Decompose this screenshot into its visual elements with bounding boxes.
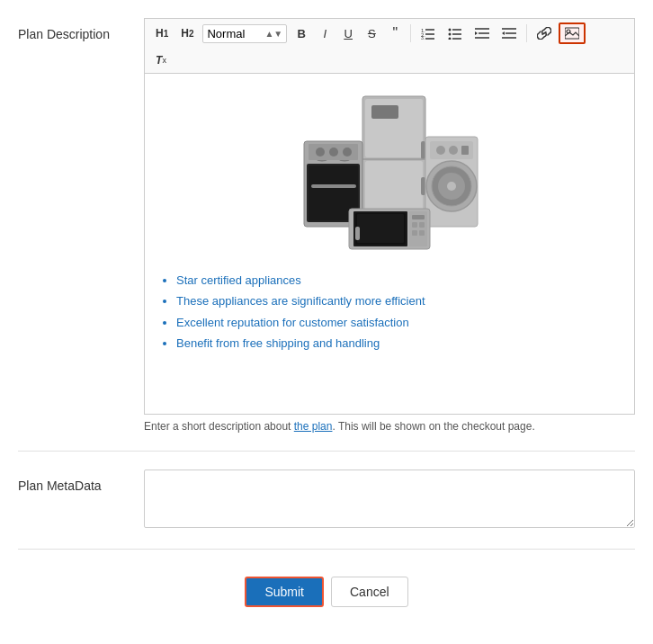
clear-format-button[interactable]: Tx	[150, 49, 172, 71]
italic-button[interactable]: I	[314, 22, 335, 44]
svg-point-37	[329, 148, 338, 157]
svg-point-46	[436, 146, 445, 155]
format-select-wrap[interactable]: Normal Heading 1 Heading 2 Heading 3 ▲▼	[202, 24, 287, 43]
blockquote-button[interactable]: "	[384, 22, 406, 44]
h1-button[interactable]: H1	[150, 22, 174, 44]
indent-increase-icon	[502, 27, 516, 40]
unordered-list-icon	[448, 27, 462, 40]
plan-description-editor: H1 H2 Normal Heading 1 Heading 2 Heading…	[144, 18, 635, 433]
editor-content-area[interactable]: Star certified appliances These applianc…	[144, 73, 635, 415]
appliances-image	[158, 87, 621, 256]
unordered-list-button[interactable]	[443, 22, 468, 44]
indent-increase-button[interactable]	[496, 22, 522, 44]
editor-hint-text: Enter a short description about the plan…	[144, 420, 635, 433]
plan-metadata-label: Plan MetaData	[18, 470, 144, 531]
svg-point-47	[449, 146, 458, 155]
list-item: Excellent reputation for customer satisf…	[176, 312, 621, 333]
toolbar-separator-2	[526, 24, 527, 42]
svg-point-6	[449, 29, 452, 31]
editor-bullet-list: Star certified appliances These applianc…	[158, 270, 621, 354]
ordered-list-icon: 1. 2. 3.	[421, 27, 435, 40]
svg-rect-57	[412, 230, 417, 236]
format-select[interactable]: Normal Heading 1 Heading 2 Heading 3	[203, 25, 264, 42]
hint-link[interactable]: the plan	[294, 420, 333, 433]
svg-rect-58	[419, 230, 425, 236]
svg-marker-15	[475, 31, 478, 35]
cancel-button[interactable]: Cancel	[331, 577, 408, 607]
image-button[interactable]	[559, 22, 586, 44]
indent-decrease-icon	[475, 27, 489, 40]
svg-rect-56	[419, 222, 425, 228]
plan-description-label: Plan Description	[18, 18, 144, 433]
ordered-list-button[interactable]: 1. 2. 3.	[416, 22, 441, 44]
svg-rect-54	[412, 215, 425, 219]
toolbar-separator-1	[410, 24, 411, 42]
svg-point-36	[316, 148, 325, 157]
strikethrough-button[interactable]: S	[361, 22, 382, 44]
list-item: Benefit from free shipping and handling	[176, 333, 621, 353]
metadata-input[interactable]	[144, 470, 635, 528]
bold-button[interactable]: B	[291, 22, 312, 44]
svg-rect-26	[421, 141, 425, 159]
svg-point-38	[343, 148, 352, 157]
list-item: Star certified appliances	[176, 270, 621, 291]
appliances-svg	[295, 87, 484, 254]
svg-marker-19	[502, 31, 505, 35]
h2-button[interactable]: H2	[175, 22, 199, 44]
svg-point-10	[449, 38, 452, 40]
plan-metadata-content	[144, 470, 635, 531]
indent-decrease-button[interactable]	[470, 22, 495, 44]
image-icon	[565, 27, 579, 40]
svg-rect-39	[311, 184, 356, 188]
svg-rect-48	[461, 146, 469, 155]
submit-button[interactable]: Submit	[245, 577, 324, 607]
list-item: These appliances are significantly more …	[176, 291, 621, 311]
svg-rect-55	[412, 222, 417, 228]
underline-button[interactable]: U	[337, 22, 359, 44]
editor-toolbar-row1: H1 H2 Normal Heading 1 Heading 2 Heading…	[144, 18, 635, 48]
editor-toolbar-row2: Tx	[144, 48, 635, 73]
link-button[interactable]	[532, 22, 557, 44]
form-buttons: Submit Cancel	[18, 568, 635, 607]
svg-text:3.: 3.	[421, 35, 425, 40]
svg-rect-29	[371, 105, 398, 119]
svg-point-8	[449, 33, 452, 36]
link-icon	[537, 27, 551, 40]
plan-metadata-row: Plan MetaData	[18, 470, 635, 550]
svg-rect-27	[421, 177, 425, 195]
svg-point-44	[447, 182, 456, 191]
svg-rect-52	[357, 214, 404, 243]
svg-rect-59	[355, 227, 360, 240]
select-arrow-icon: ▲▼	[264, 29, 286, 39]
plan-description-row: Plan Description H1 H2 Normal Heading 1 …	[18, 18, 635, 452]
